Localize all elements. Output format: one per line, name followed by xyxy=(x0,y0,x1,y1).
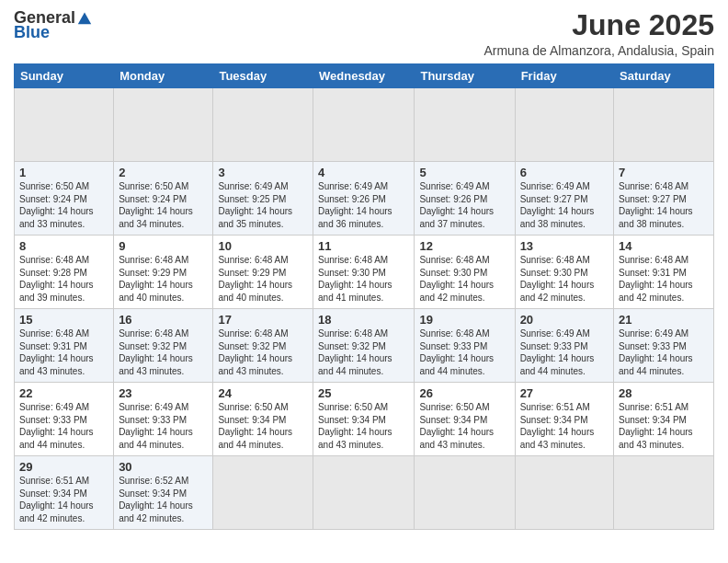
day-info: Sunset: 9:34 PM xyxy=(19,488,108,500)
day-info: Sunrise: 6:52 AM xyxy=(119,475,208,488)
day-number: 18 xyxy=(318,313,409,327)
day-number: 1 xyxy=(19,166,108,179)
day-info: and 44 minutes. xyxy=(218,439,308,452)
day-number: 17 xyxy=(218,313,308,327)
day-info: Sunrise: 6:48 AM xyxy=(218,327,308,340)
day-info: Sunset: 9:34 PM xyxy=(619,414,709,427)
day-info: and 38 minutes. xyxy=(619,218,709,231)
day-info: Sunset: 9:34 PM xyxy=(218,414,308,427)
table-cell: 23Sunrise: 6:49 AMSunset: 9:33 PMDayligh… xyxy=(114,383,213,456)
day-info: Sunrise: 6:48 AM xyxy=(419,327,509,340)
day-info: Sunset: 9:26 PM xyxy=(318,193,409,206)
day-number: 7 xyxy=(619,166,709,179)
day-info: and 37 minutes. xyxy=(419,218,509,231)
day-info: Sunset: 9:33 PM xyxy=(619,340,709,353)
day-info: Sunset: 9:33 PM xyxy=(520,340,609,353)
table-cell: 13Sunrise: 6:48 AMSunset: 9:30 PMDayligh… xyxy=(515,236,613,309)
day-info: and 42 minutes. xyxy=(419,292,509,304)
table-cell: 4Sunrise: 6:49 AMSunset: 9:26 PMDaylight… xyxy=(313,162,415,236)
day-info: Sunset: 9:34 PM xyxy=(419,414,509,427)
table-cell: 28Sunrise: 6:51 AMSunset: 9:34 PMDayligh… xyxy=(614,383,714,456)
table-cell xyxy=(515,88,613,162)
day-info: Sunrise: 6:51 AM xyxy=(19,475,108,488)
table-cell xyxy=(313,88,415,162)
header-friday: Friday xyxy=(515,64,613,88)
day-info: Sunrise: 6:48 AM xyxy=(19,327,108,340)
logo-blue-text: Blue xyxy=(14,24,50,40)
day-info: Sunset: 9:24 PM xyxy=(119,193,208,206)
week-row-3: 15Sunrise: 6:48 AMSunset: 9:31 PMDayligh… xyxy=(15,309,714,383)
header-saturday: Saturday xyxy=(614,64,714,88)
table-cell: 14Sunrise: 6:48 AMSunset: 9:31 PMDayligh… xyxy=(614,236,714,309)
day-info: Daylight: 14 hours xyxy=(619,426,709,439)
day-number: 12 xyxy=(419,239,509,253)
week-row-0 xyxy=(15,88,714,162)
day-number: 9 xyxy=(119,239,208,253)
day-number: 16 xyxy=(119,313,208,327)
day-number: 24 xyxy=(218,386,308,400)
table-cell xyxy=(614,456,714,530)
table-cell: 1Sunrise: 6:50 AMSunset: 9:24 PMDaylight… xyxy=(15,162,114,236)
day-info: Daylight: 14 hours xyxy=(419,279,509,292)
day-info: Sunset: 9:28 PM xyxy=(19,267,108,280)
day-info: Sunrise: 6:48 AM xyxy=(419,254,509,267)
header: General Blue June 2025 Armuna de Almanzo… xyxy=(14,9,714,58)
table-cell: 18Sunrise: 6:48 AMSunset: 9:32 PMDayligh… xyxy=(313,309,415,383)
day-info: and 40 minutes. xyxy=(218,292,308,304)
weekday-header-row: Sunday Monday Tuesday Wednesday Thursday… xyxy=(15,64,714,88)
day-info: and 42 minutes. xyxy=(119,512,208,525)
day-info: and 44 minutes. xyxy=(119,439,208,452)
table-cell xyxy=(114,88,213,162)
day-info: Daylight: 14 hours xyxy=(520,205,609,218)
day-number: 3 xyxy=(218,166,308,179)
day-info: Daylight: 14 hours xyxy=(520,426,609,439)
day-info: Daylight: 14 hours xyxy=(419,205,509,218)
day-number: 6 xyxy=(520,166,609,179)
day-info: Sunset: 9:30 PM xyxy=(520,267,609,280)
day-info: Sunrise: 6:48 AM xyxy=(619,180,709,193)
table-cell xyxy=(415,456,515,530)
table-cell: 15Sunrise: 6:48 AMSunset: 9:31 PMDayligh… xyxy=(15,309,114,383)
day-number: 15 xyxy=(19,313,108,327)
day-info: Daylight: 14 hours xyxy=(19,426,108,439)
day-info: and 34 minutes. xyxy=(119,218,208,231)
day-info: Sunrise: 6:49 AM xyxy=(619,327,709,340)
day-info: and 39 minutes. xyxy=(19,292,108,304)
table-cell: 6Sunrise: 6:49 AMSunset: 9:27 PMDaylight… xyxy=(515,162,613,236)
day-info: Daylight: 14 hours xyxy=(218,426,308,439)
main-title: June 2025 xyxy=(483,9,714,41)
day-info: Daylight: 14 hours xyxy=(119,426,208,439)
day-number: 29 xyxy=(19,460,108,474)
table-cell: 25Sunrise: 6:50 AMSunset: 9:34 PMDayligh… xyxy=(313,383,415,456)
day-info: Sunrise: 6:51 AM xyxy=(619,401,709,414)
day-info: and 43 minutes. xyxy=(218,365,308,378)
table-cell: 27Sunrise: 6:51 AMSunset: 9:34 PMDayligh… xyxy=(515,383,613,456)
logo-icon xyxy=(76,9,93,26)
day-info: Sunset: 9:32 PM xyxy=(119,340,208,353)
day-info: Daylight: 14 hours xyxy=(119,352,208,365)
day-info: Daylight: 14 hours xyxy=(318,426,409,439)
day-number: 14 xyxy=(619,239,709,253)
table-cell xyxy=(15,88,114,162)
day-info: Sunrise: 6:49 AM xyxy=(218,180,308,193)
header-tuesday: Tuesday xyxy=(213,64,313,88)
day-info: and 43 minutes. xyxy=(318,439,409,452)
day-info: Daylight: 14 hours xyxy=(119,279,208,292)
day-info: and 33 minutes. xyxy=(19,218,108,231)
day-info: Sunset: 9:31 PM xyxy=(19,340,108,353)
day-info: Sunrise: 6:50 AM xyxy=(419,401,509,414)
day-info: and 42 minutes. xyxy=(520,292,609,304)
day-info: Daylight: 14 hours xyxy=(19,500,108,512)
week-row-2: 8Sunrise: 6:48 AMSunset: 9:28 PMDaylight… xyxy=(15,236,714,309)
day-info: Daylight: 14 hours xyxy=(19,352,108,365)
week-row-5: 29Sunrise: 6:51 AMSunset: 9:34 PMDayligh… xyxy=(15,456,714,530)
day-info: Sunrise: 6:49 AM xyxy=(19,401,108,414)
day-info: Sunrise: 6:50 AM xyxy=(218,401,308,414)
day-info: Sunrise: 6:48 AM xyxy=(318,327,409,340)
day-info: Sunrise: 6:48 AM xyxy=(19,254,108,267)
day-info: Sunrise: 6:48 AM xyxy=(619,254,709,267)
day-info: Sunrise: 6:50 AM xyxy=(318,401,409,414)
day-number: 22 xyxy=(19,386,108,400)
table-cell: 2Sunrise: 6:50 AMSunset: 9:24 PMDaylight… xyxy=(114,162,213,236)
calendar: Sunday Monday Tuesday Wednesday Thursday… xyxy=(14,63,714,530)
